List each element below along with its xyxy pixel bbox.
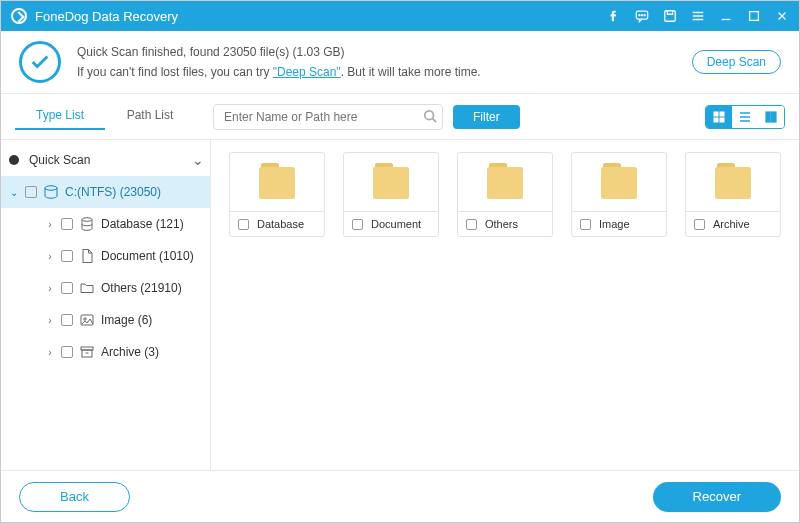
chevron-right-icon[interactable]: ›	[45, 347, 55, 358]
svg-point-13	[45, 186, 57, 190]
checkbox[interactable]	[694, 219, 705, 230]
menu-icon[interactable]	[691, 9, 705, 23]
tree-item-database[interactable]: › Database (121)	[1, 208, 210, 240]
tree-item-label: Others (21910)	[101, 281, 182, 295]
folder-icon	[79, 280, 95, 296]
folder-icon	[597, 163, 641, 199]
checkbox[interactable]	[466, 219, 477, 230]
search-icon	[423, 109, 437, 123]
folder-icon	[369, 163, 413, 199]
tree-item-image[interactable]: › Image (6)	[1, 304, 210, 336]
chevron-down-icon[interactable]: ⌄	[192, 152, 202, 168]
checkbox[interactable]	[61, 218, 73, 230]
checkbox[interactable]	[352, 219, 363, 230]
view-list-button[interactable]	[732, 106, 758, 128]
svg-point-2	[641, 15, 642, 16]
app-logo	[11, 8, 27, 24]
back-button[interactable]: Back	[19, 482, 130, 512]
tree-item-archive[interactable]: › Archive (3)	[1, 336, 210, 368]
chevron-right-icon[interactable]: ›	[45, 251, 55, 262]
chevron-right-icon[interactable]: ›	[45, 283, 55, 294]
tab-type-list[interactable]: Type List	[15, 102, 105, 130]
tree-item-label: Document (1010)	[101, 249, 194, 263]
database-icon	[79, 216, 95, 232]
svg-point-14	[82, 218, 92, 222]
svg-point-16	[84, 318, 86, 320]
folder-label: Others	[485, 218, 518, 230]
checkbox[interactable]	[61, 282, 73, 294]
deep-scan-button[interactable]: Deep Scan	[692, 50, 781, 74]
scan-hint-prefix: If you can't find lost files, you can tr…	[77, 65, 273, 79]
tree-item-document[interactable]: › Document (1010)	[1, 240, 210, 272]
close-icon[interactable]	[775, 9, 789, 23]
checkbox[interactable]	[61, 314, 73, 326]
tree-item-others[interactable]: › Others (21910)	[1, 272, 210, 304]
checkbox[interactable]	[61, 250, 73, 262]
save-icon[interactable]	[663, 9, 677, 23]
folder-card-image[interactable]: Image	[571, 152, 667, 237]
checkbox[interactable]	[238, 219, 249, 230]
feedback-icon[interactable]	[635, 9, 649, 23]
svg-rect-12	[771, 112, 776, 122]
chevron-right-icon[interactable]: ›	[45, 315, 55, 326]
svg-rect-11	[766, 112, 770, 122]
tree-drive-label: C:(NTFS) (23050)	[65, 185, 161, 199]
tab-path-list[interactable]: Path List	[105, 102, 195, 130]
minimize-icon[interactable]	[719, 9, 733, 23]
tree-drive-node[interactable]: ⌄ C:(NTFS) (23050)	[1, 176, 210, 208]
folder-card-document[interactable]: Document	[343, 152, 439, 237]
svg-point-6	[425, 110, 434, 119]
svg-rect-10	[720, 118, 724, 122]
svg-point-1	[639, 15, 640, 16]
svg-rect-4	[665, 11, 676, 22]
archive-icon	[79, 344, 95, 360]
view-detail-button[interactable]	[758, 106, 784, 128]
folder-icon	[483, 163, 527, 199]
chevron-right-icon[interactable]: ›	[45, 219, 55, 230]
app-title: FoneDog Data Recovery	[35, 9, 178, 24]
folder-card-database[interactable]: Database	[229, 152, 325, 237]
folder-card-archive[interactable]: Archive	[685, 152, 781, 237]
chevron-down-icon[interactable]: ⌄	[9, 187, 19, 198]
scan-hint-suffix: . But it will take more time.	[341, 65, 481, 79]
view-grid-button[interactable]	[706, 106, 732, 128]
maximize-icon[interactable]	[747, 9, 761, 23]
tree-item-label: Database (121)	[101, 217, 184, 231]
tree-root-label: Quick Scan	[29, 153, 90, 167]
tree-item-label: Archive (3)	[101, 345, 159, 359]
tree-item-label: Image (6)	[101, 313, 152, 327]
filter-button[interactable]: Filter	[453, 105, 520, 129]
scan-status-text: Quick Scan finished, found 23050 file(s)…	[77, 42, 481, 83]
tree-root-quick-scan[interactable]: Quick Scan ⌄	[1, 144, 210, 176]
folder-label: Document	[371, 218, 421, 230]
svg-rect-8	[720, 112, 724, 116]
image-icon	[79, 312, 95, 328]
checkbox[interactable]	[61, 346, 73, 358]
folder-icon	[711, 163, 755, 199]
folder-label: Archive	[713, 218, 750, 230]
scan-complete-icon	[19, 41, 61, 83]
folder-icon	[255, 163, 299, 199]
disk-icon	[43, 184, 59, 200]
bullet-icon	[9, 155, 19, 165]
scan-summary: Quick Scan finished, found 23050 file(s)…	[77, 42, 481, 62]
checkbox[interactable]	[25, 186, 37, 198]
document-icon	[79, 248, 95, 264]
svg-point-3	[644, 15, 645, 16]
deep-scan-link[interactable]: "Deep Scan"	[273, 65, 341, 79]
folder-label: Database	[257, 218, 304, 230]
svg-rect-7	[714, 112, 718, 116]
svg-rect-5	[750, 12, 759, 21]
folder-card-others[interactable]: Others	[457, 152, 553, 237]
svg-rect-9	[714, 118, 718, 122]
facebook-icon[interactable]	[607, 9, 621, 23]
search-input[interactable]	[213, 104, 443, 130]
recover-button[interactable]: Recover	[653, 482, 781, 512]
checkbox[interactable]	[580, 219, 591, 230]
folder-label: Image	[599, 218, 630, 230]
